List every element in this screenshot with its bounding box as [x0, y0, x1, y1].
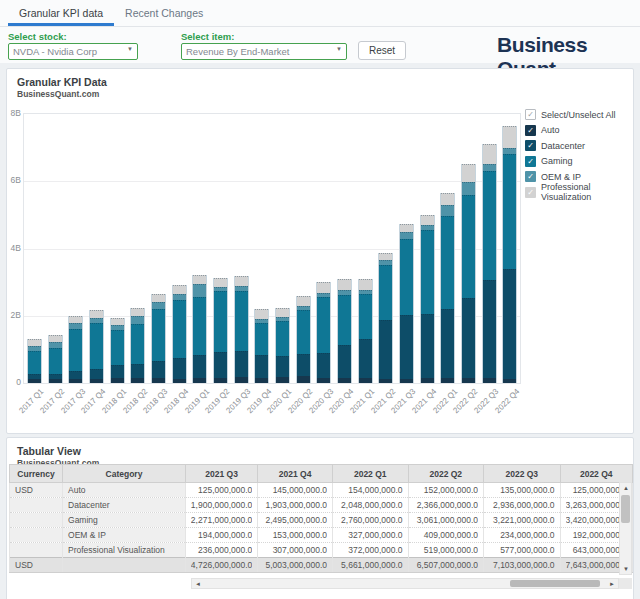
- bar-segment-datacenter[interactable]: [421, 314, 434, 378]
- bar-2020-q1[interactable]: [275, 308, 290, 383]
- bar-2017-q1[interactable]: [27, 339, 42, 383]
- bar-segment-gaming[interactable]: [173, 300, 186, 358]
- bar-2020-q2[interactable]: [296, 296, 311, 383]
- bar-2018-q3[interactable]: [151, 294, 166, 383]
- bar-segment-professional-visualization[interactable]: [462, 164, 475, 181]
- bar-segment-gaming[interactable]: [462, 195, 475, 298]
- bar-2020-q3[interactable]: [316, 282, 331, 383]
- bar-segment-gaming[interactable]: [28, 351, 41, 374]
- bar-segment-auto[interactable]: [28, 379, 41, 383]
- bar-segment-datacenter[interactable]: [317, 353, 330, 377]
- checkbox-icon[interactable]: ✓: [525, 125, 536, 136]
- bar-segment-gaming[interactable]: [90, 323, 103, 368]
- bar-segment-gaming[interactable]: [359, 294, 372, 339]
- bar-segment-auto[interactable]: [317, 378, 330, 383]
- bar-segment-gaming[interactable]: [483, 171, 496, 279]
- bar-2020-q4[interactable]: [337, 279, 352, 383]
- bar-segment-auto[interactable]: [359, 378, 372, 383]
- checkbox-icon[interactable]: ✓: [525, 109, 536, 120]
- bar-segment-professional-visualization[interactable]: [173, 285, 186, 294]
- bar-segment-auto[interactable]: [111, 378, 124, 383]
- bar-segment-professional-visualization[interactable]: [338, 279, 351, 290]
- bar-segment-professional-visualization[interactable]: [131, 308, 144, 316]
- checkbox-icon[interactable]: ✓: [525, 187, 536, 198]
- bar-segment-auto[interactable]: [421, 378, 434, 383]
- bar-segment-auto[interactable]: [193, 378, 206, 383]
- bar-segment-oem-ip[interactable]: [193, 284, 206, 297]
- vertical-scroll-thumb[interactable]: [621, 495, 630, 523]
- bar-2018-q4[interactable]: [172, 285, 187, 383]
- bar-segment-auto[interactable]: [214, 378, 227, 383]
- reset-button[interactable]: Reset: [358, 41, 406, 60]
- bar-segment-auto[interactable]: [90, 379, 103, 383]
- bar-segment-professional-visualization[interactable]: [317, 282, 330, 293]
- bar-segment-auto[interactable]: [503, 379, 516, 383]
- horizontal-scroll-thumb[interactable]: [510, 580, 600, 587]
- bar-segment-oem-ip[interactable]: [441, 205, 454, 216]
- bar-segment-datacenter[interactable]: [214, 352, 227, 378]
- scroll-right-icon[interactable]: ►: [609, 581, 615, 587]
- checkbox-icon[interactable]: ✓: [525, 171, 536, 182]
- bar-segment-gaming[interactable]: [421, 230, 434, 314]
- legend-item-datacenter[interactable]: ✓Datacenter: [525, 138, 631, 154]
- bar-segment-gaming[interactable]: [111, 330, 124, 365]
- bar-segment-auto[interactable]: [235, 377, 248, 383]
- item-select[interactable]: Revenue By End-Market: [181, 43, 347, 60]
- bar-segment-professional-visualization[interactable]: [421, 215, 434, 225]
- bar-segment-datacenter[interactable]: [297, 354, 310, 376]
- bar-segment-auto[interactable]: [131, 378, 144, 383]
- stock-select[interactable]: NVDA - Nvidia Corp: [8, 43, 138, 60]
- bar-segment-auto[interactable]: [400, 379, 413, 383]
- bar-segment-datacenter[interactable]: [483, 280, 496, 379]
- tab-granular-kpi-data[interactable]: Granular KPI data: [8, 0, 114, 26]
- bar-segment-datacenter[interactable]: [131, 364, 144, 378]
- bar-segment-auto[interactable]: [338, 378, 351, 383]
- bar-segment-gaming[interactable]: [131, 324, 144, 364]
- bar-segment-professional-visualization[interactable]: [276, 308, 289, 317]
- scroll-down-icon[interactable]: ▼: [623, 566, 629, 572]
- bar-segment-datacenter[interactable]: [338, 345, 351, 378]
- bar-segment-auto[interactable]: [69, 379, 82, 383]
- bar-2022-q3[interactable]: [482, 144, 497, 383]
- bar-segment-auto[interactable]: [379, 379, 392, 383]
- checkbox-icon[interactable]: ✓: [525, 140, 536, 151]
- bar-segment-auto[interactable]: [255, 378, 268, 383]
- bar-segment-auto[interactable]: [152, 378, 165, 383]
- bar-segment-professional-visualization[interactable]: [111, 318, 124, 325]
- bar-segment-gaming[interactable]: [69, 329, 82, 371]
- bar-segment-professional-visualization[interactable]: [255, 309, 268, 319]
- bar-segment-auto[interactable]: [173, 379, 186, 383]
- bar-segment-gaming[interactable]: [152, 309, 165, 361]
- bar-segment-gaming[interactable]: [441, 216, 454, 309]
- scroll-left-icon[interactable]: ◄: [195, 581, 201, 587]
- bar-2018-q1[interactable]: [110, 318, 125, 383]
- bar-segment-professional-visualization[interactable]: [69, 316, 82, 323]
- bar-segment-gaming[interactable]: [379, 265, 392, 321]
- bar-segment-gaming[interactable]: [214, 291, 227, 352]
- bar-segment-auto[interactable]: [49, 379, 62, 383]
- bar-segment-professional-visualization[interactable]: [193, 275, 206, 283]
- bar-2021-q2[interactable]: [378, 253, 393, 383]
- legend-item-professional-visualization[interactable]: ✓Professional Visualization: [525, 185, 631, 201]
- bar-segment-datacenter[interactable]: [69, 371, 82, 379]
- bar-segment-gaming[interactable]: [276, 321, 289, 356]
- bar-segment-datacenter[interactable]: [462, 298, 475, 378]
- bar-2022-q2[interactable]: [461, 164, 476, 383]
- horizontal-scrollbar[interactable]: ◄ ►: [191, 578, 619, 589]
- bar-segment-professional-visualization[interactable]: [379, 253, 392, 260]
- bar-segment-datacenter[interactable]: [503, 269, 516, 379]
- bar-segment-professional-visualization[interactable]: [503, 126, 516, 148]
- bar-segment-professional-visualization[interactable]: [90, 310, 103, 318]
- bar-segment-datacenter[interactable]: [90, 369, 103, 379]
- bar-2019-q2[interactable]: [213, 278, 228, 383]
- bar-segment-datacenter[interactable]: [441, 309, 454, 378]
- bar-segment-datacenter[interactable]: [152, 361, 165, 378]
- bar-segment-professional-visualization[interactable]: [235, 276, 248, 286]
- bar-segment-auto[interactable]: [441, 378, 454, 383]
- bar-2021-q3[interactable]: [399, 224, 414, 383]
- bar-2017-q3[interactable]: [68, 316, 83, 383]
- bar-2017-q4[interactable]: [89, 310, 104, 383]
- scroll-up-icon[interactable]: ▲: [623, 485, 629, 491]
- bar-segment-auto[interactable]: [483, 378, 496, 383]
- bar-2019-q1[interactable]: [192, 275, 207, 383]
